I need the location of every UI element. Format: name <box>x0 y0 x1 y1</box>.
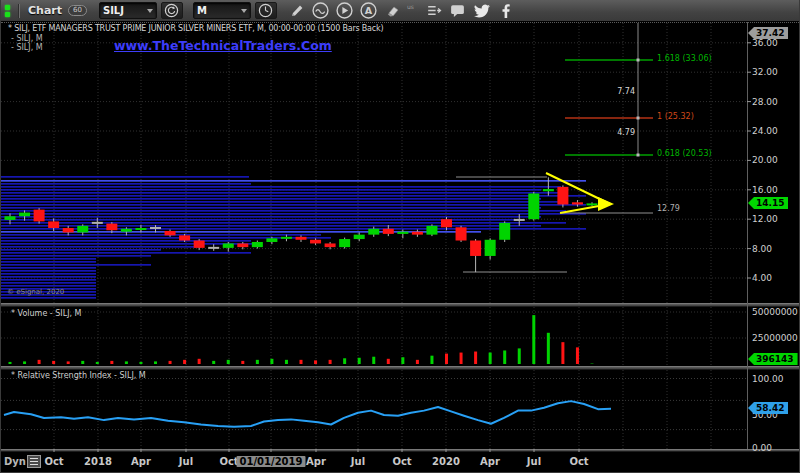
region-label: us <box>407 3 414 10</box>
volume-panel-title: * Volume - SILJ, M <box>11 309 82 318</box>
tick-label: 12.00 <box>752 214 778 224</box>
rsi-panel[interactable] <box>1 370 800 449</box>
esignal-copyright: © eSignal, 2020 <box>7 288 64 296</box>
last-price-tag: 14.15 <box>748 197 788 209</box>
clock-icon <box>258 3 273 18</box>
symbol-value: SILJ <box>103 5 124 16</box>
chart-title: * SILJ, ETF MANAGERS TRUST PRIME JUNIOR … <box>8 24 383 33</box>
link-status-indicator <box>5 5 10 17</box>
tick-label: 50000000 <box>752 307 798 317</box>
twitter-icon <box>474 3 490 19</box>
time-interval-button[interactable] <box>255 2 277 19</box>
time-tick-label: Apr <box>480 456 500 467</box>
tick-label: 28.00 <box>752 97 778 107</box>
svg-text:A: A <box>365 5 373 16</box>
layout-list-button[interactable] <box>424 2 444 20</box>
esignal-chart-window: Chart 60 SILJ M <box>0 0 800 473</box>
letter-a-icon: A <box>360 2 377 19</box>
panel-splitter[interactable] <box>1 303 800 307</box>
eraser-icon <box>385 3 401 19</box>
tick-label: 100.00 <box>752 374 784 384</box>
time-tick-label: Apr <box>131 456 151 467</box>
time-tick-label: Jul <box>179 456 193 467</box>
pencil-icon <box>289 3 305 19</box>
tick-label: 25000000 <box>752 333 798 343</box>
draw-button[interactable] <box>287 2 307 20</box>
symbol-cycle-button[interactable] <box>161 2 183 19</box>
tick-label: 8.00 <box>752 244 772 254</box>
replay-button[interactable] <box>335 2 355 20</box>
volume-panel[interactable] <box>1 307 800 366</box>
eraser-button[interactable] <box>383 2 403 20</box>
twitter-share-button[interactable] <box>472 2 492 20</box>
time-tick-label: 2018 <box>84 456 112 467</box>
cycle-icon <box>164 3 179 18</box>
tick-label: 24.00 <box>752 126 778 136</box>
annotate-text-button[interactable]: A <box>359 2 379 20</box>
tick-label: 4.00 <box>752 273 772 283</box>
price-chart-panel[interactable] <box>1 22 800 303</box>
fib-extension-label-1[interactable]: 1 (25.32) <box>657 112 694 121</box>
chevron-down-icon <box>241 9 247 13</box>
fib-measure-lower: 4.79 <box>601 128 635 137</box>
chevron-down-icon <box>147 9 153 13</box>
squiggle-icon <box>312 2 329 19</box>
facebook-share-button[interactable] <box>496 2 516 20</box>
legend-line-2: - SILJ, M <box>11 43 43 52</box>
tick-label: 32.00 <box>752 67 778 77</box>
time-tick-label: Oct <box>392 456 411 467</box>
rsi-panel-title: * Relative Strength Index - SILJ, M <box>11 371 146 380</box>
interval-value: M <box>197 5 207 16</box>
time-tick-label: Apr <box>306 456 326 467</box>
symbol-input[interactable]: SILJ <box>99 2 157 19</box>
interval-input[interactable]: M <box>193 2 251 19</box>
price-level-label-1279[interactable]: 12.79 <box>657 204 680 213</box>
toolbar: Chart 60 SILJ M <box>1 0 800 21</box>
watermark: www.TheTechnicalTraders.Com <box>114 38 332 53</box>
tick-label: 16.00 <box>752 185 778 195</box>
last-volume-tag: 396143 <box>748 353 798 365</box>
chat-button[interactable] <box>448 2 468 20</box>
speech-bubble-icon <box>449 2 466 19</box>
time-tick-label: Oct <box>44 456 63 467</box>
toolbar-divider <box>18 4 20 18</box>
fib-extension-label-0618[interactable]: 0.618 (20.53) <box>657 149 712 158</box>
time-template-icon[interactable] <box>27 455 41 468</box>
time-axis[interactable]: Dyn Oct2018AprJulOct01/01/2019AprJulOct2… <box>1 452 800 473</box>
window-badge: 60 <box>68 5 87 16</box>
time-tick-label: 2020 <box>432 456 460 467</box>
fib-measure-upper: 7.74 <box>601 87 635 96</box>
play-icon <box>336 2 353 19</box>
window-title: Chart <box>26 4 64 17</box>
time-cursor-label: 01/01/2019 <box>237 456 306 467</box>
tick-label: 20.00 <box>752 155 778 165</box>
time-tick-label: Oct <box>569 456 588 467</box>
tick-label: 36.00 <box>752 38 778 48</box>
dyn-label[interactable]: Dyn <box>4 456 26 467</box>
high-price-tag: 37.42 <box>748 27 788 39</box>
freehand-draw-button[interactable] <box>311 2 331 20</box>
facebook-icon <box>498 3 514 19</box>
fib-extension-label-1618[interactable]: 1.618 (33.06) <box>657 54 712 63</box>
list-arrow-icon <box>425 2 442 19</box>
time-tick-label: Jul <box>351 456 365 467</box>
price-axis-divider <box>747 22 748 449</box>
legend-line-1: - SILJ, M <box>11 34 43 43</box>
panel-splitter[interactable] <box>1 366 800 370</box>
last-rsi-tag: 58.42 <box>748 402 788 414</box>
time-tick-label: Jul <box>527 456 541 467</box>
